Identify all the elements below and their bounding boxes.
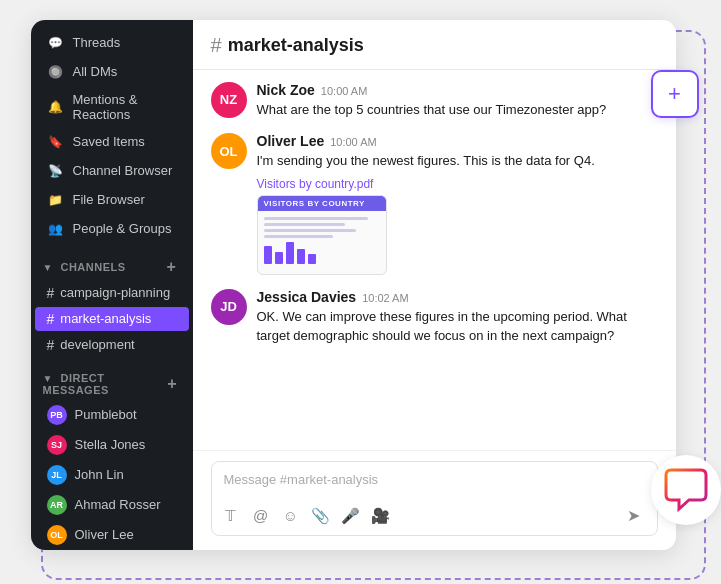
send-icon: ➤	[627, 506, 640, 525]
sidebar-item-all-dms[interactable]: 🔘 All DMs	[35, 58, 189, 86]
floating-chat-bubble[interactable]	[651, 455, 721, 525]
avatar-oliver-lee: OL	[211, 133, 247, 169]
mentions-icon: 🔔	[47, 98, 65, 116]
message-text-3: OK. We can improve these figures in the …	[257, 307, 658, 346]
file-preview: VISITORS BY COUNTRY	[257, 195, 387, 275]
channel-header: # market-analysis	[193, 20, 676, 70]
channel-header-name: market-analysis	[228, 35, 364, 56]
hash-icon-active: #	[47, 311, 55, 327]
sidebar-item-mentions[interactable]: 🔔 Mentions & Reactions	[35, 87, 189, 127]
sidebar-item-channel-browser[interactable]: 📡 Channel Browser	[35, 157, 189, 185]
preview-line-3	[264, 229, 357, 232]
app-wrapper: 💬 Threads 🔘 All DMs 🔔 Mentions & Reactio…	[31, 20, 691, 565]
channel-label-market-analysis: market-analysis	[60, 311, 151, 326]
bar-1	[264, 246, 272, 264]
dm-oliver-lee[interactable]: OL Oliver Lee	[35, 521, 189, 549]
file-header-text: VISITORS BY COUNTRY	[264, 199, 365, 208]
dm-label-pumblebot: Pumblebot	[75, 407, 137, 422]
dm-collapse-arrow[interactable]: ▼	[43, 373, 53, 384]
file-name[interactable]: Visitors by country.pdf	[257, 177, 658, 191]
emoji-icon[interactable]: ☺	[280, 505, 302, 527]
avatar-jessica: JD	[211, 289, 247, 325]
preview-line-2	[264, 223, 345, 226]
messages-area: NZ Nick Zoe 10:00 AM What are the top 5 …	[193, 70, 676, 450]
message-input[interactable]	[212, 462, 657, 497]
message-1: NZ Nick Zoe 10:00 AM What are the top 5 …	[211, 82, 658, 120]
message-text-1: What are the top 5 countries that use ou…	[257, 100, 658, 120]
mention-icon[interactable]: @	[250, 505, 272, 527]
sidebar-label-threads: Threads	[73, 35, 121, 50]
text-format-icon[interactable]: 𝕋	[220, 505, 242, 527]
avatar-initials-2: OL	[219, 144, 237, 159]
channel-browser-icon: 📡	[47, 162, 65, 180]
channels-section-header: ▼ CHANNELS +	[31, 244, 193, 280]
avatar-initials-3: JD	[220, 299, 237, 314]
file-preview-header: VISITORS BY COUNTRY	[258, 196, 386, 211]
dm-stella-jones[interactable]: SJ Stella Jones	[35, 431, 189, 459]
dm-label-ahmad: Ahmad Rosser	[75, 497, 161, 512]
message-sender-2: Oliver Lee	[257, 133, 325, 149]
message-sender-1: Nick Zoe	[257, 82, 315, 98]
chat-bubble-icon	[661, 465, 711, 515]
message-2: OL Oliver Lee 10:00 AM I'm sending you t…	[211, 133, 658, 275]
send-button[interactable]: ➤	[619, 501, 649, 531]
input-area: 𝕋 @ ☺ 📎 🎤 🎥 ➤	[193, 450, 676, 550]
channel-development[interactable]: # development	[35, 333, 189, 357]
message-time-1: 10:00 AM	[321, 85, 367, 97]
people-groups-icon: 👥	[47, 220, 65, 238]
sidebar-item-saved[interactable]: 🔖 Saved Items	[35, 128, 189, 156]
sidebar-item-people-groups[interactable]: 👥 People & Groups	[35, 215, 189, 243]
dm-label-stella: Stella Jones	[75, 437, 146, 452]
avatar-stella: SJ	[47, 435, 67, 455]
floating-add-button[interactable]: +	[651, 70, 699, 118]
sidebar: 💬 Threads 🔘 All DMs 🔔 Mentions & Reactio…	[31, 20, 193, 550]
message-sender-3: Jessica Davies	[257, 289, 357, 305]
video-icon[interactable]: 🎥	[370, 505, 392, 527]
bar-5	[308, 254, 316, 264]
message-text-2: I'm sending you the newest figures. This…	[257, 151, 658, 171]
add-channel-button[interactable]: +	[163, 258, 181, 276]
saved-icon: 🔖	[47, 133, 65, 151]
audio-icon[interactable]: 🎤	[340, 505, 362, 527]
main-content: # market-analysis NZ Nick Zoe 10:00 AM W	[193, 20, 676, 550]
sidebar-label-all-dms: All DMs	[73, 64, 118, 79]
dm-section-header: ▼ DIRECT MESSAGES +	[31, 358, 193, 400]
message-input-box: 𝕋 @ ☺ 📎 🎤 🎥 ➤	[211, 461, 658, 536]
message-3: JD Jessica Davies 10:02 AM OK. We can im…	[211, 289, 658, 346]
message-header-2: Oliver Lee 10:00 AM	[257, 133, 658, 149]
preview-bars	[264, 242, 380, 264]
sidebar-item-file-browser[interactable]: 📁 File Browser	[35, 186, 189, 214]
channels-collapse-arrow[interactable]: ▼	[43, 262, 53, 273]
channel-campaign-planning[interactable]: # campaign-planning	[35, 281, 189, 305]
message-body-2: Oliver Lee 10:00 AM I'm sending you the …	[257, 133, 658, 275]
avatar-initials: NZ	[220, 92, 237, 107]
add-dm-button[interactable]: +	[164, 375, 181, 393]
sidebar-label-channel-browser: Channel Browser	[73, 163, 173, 178]
dm-pumblebot[interactable]: PB Pumblebot	[35, 401, 189, 429]
avatar-pumblebot: PB	[47, 405, 67, 425]
sidebar-item-threads[interactable]: 💬 Threads	[35, 29, 189, 57]
hash-icon-dev: #	[47, 337, 55, 353]
input-toolbar: 𝕋 @ ☺ 📎 🎤 🎥 ➤	[212, 497, 657, 535]
message-time-3: 10:02 AM	[362, 292, 408, 304]
channel-hash-icon: #	[211, 34, 222, 57]
input-tools: 𝕋 @ ☺ 📎 🎤 🎥	[220, 505, 392, 527]
preview-line-1	[264, 217, 368, 220]
dm-ahmad-rosser[interactable]: AR Ahmad Rosser	[35, 491, 189, 519]
file-preview-lines	[258, 211, 386, 274]
dm-label-oliver: Oliver Lee	[75, 527, 134, 542]
attach-icon[interactable]: 📎	[310, 505, 332, 527]
channel-market-analysis[interactable]: # market-analysis	[35, 307, 189, 331]
bar-4	[297, 249, 305, 264]
threads-icon: 💬	[47, 34, 65, 52]
message-header-1: Nick Zoe 10:00 AM	[257, 82, 658, 98]
dm-john-lin[interactable]: JL John Lin	[35, 461, 189, 489]
channel-label-campaign-planning: campaign-planning	[60, 285, 170, 300]
all-dms-icon: 🔘	[47, 63, 65, 81]
message-header-3: Jessica Davies 10:02 AM	[257, 289, 658, 305]
hash-icon: #	[47, 285, 55, 301]
sidebar-label-file-browser: File Browser	[73, 192, 145, 207]
avatar-nick-zoe: NZ	[211, 82, 247, 118]
file-attachment: Visitors by country.pdf VISITORS BY COUN…	[257, 177, 658, 275]
bar-2	[275, 252, 283, 264]
